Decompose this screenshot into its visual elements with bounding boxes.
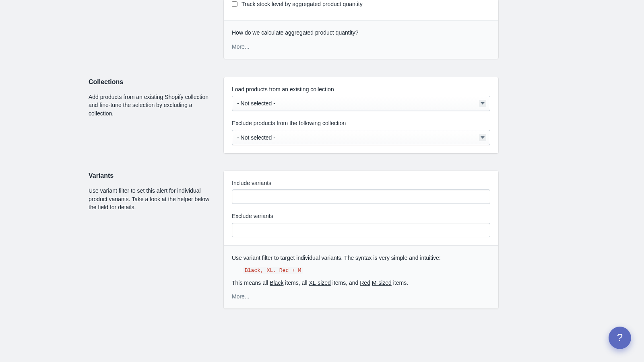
include-variants-label: Include variants [232,179,490,187]
load-collection-value: - Not selected - [232,96,490,111]
variants-title: Variants [89,171,216,180]
exclude-collection-label: Exclude products from the following coll… [232,119,490,127]
track-stock-checkbox[interactable] [232,1,237,7]
helper-red: Red [360,280,370,286]
stock-card: Track stock level by aggregated product … [224,0,498,59]
stock-footer-question: How do we calculate aggregated product q… [232,29,490,37]
helper-black: Black [270,280,283,286]
helper-text: items, all [283,280,309,286]
exclude-variants-input[interactable] [232,223,490,237]
help-icon: ? [617,330,623,346]
variants-helper-meaning: This means all Black items, all XL-sized… [232,279,490,287]
variants-more-link[interactable]: More... [232,292,250,300]
load-collection-select[interactable]: - Not selected - [232,96,490,111]
collections-card: Load products from an existing collectio… [224,77,498,153]
variants-description: Use variant filter to set this alert for… [89,187,216,211]
helper-m: M-sized [372,280,392,286]
chevron-down-icon [479,134,486,141]
collections-description: Add products from an existing Shopify co… [89,93,216,117]
stock-aside [89,0,224,59]
helper-text: This means all [232,280,270,286]
helper-text: items, and [331,280,360,286]
chevron-down-icon [479,100,486,107]
track-stock-checkbox-row[interactable]: Track stock level by aggregated product … [232,0,490,12]
variants-helper-intro: Use variant filter to target individual … [232,254,490,262]
exclude-collection-value: - Not selected - [232,130,490,145]
help-button[interactable]: ? [609,327,631,349]
exclude-variants-label: Exclude variants [232,212,490,220]
collections-aside: Collections Add products from an existin… [89,77,224,153]
variants-helper: Use variant filter to target individual … [224,245,498,309]
variants-card: Include variants Exclude variants Use va… [224,171,498,309]
collections-title: Collections [89,77,216,86]
include-variants-input[interactable] [232,189,490,204]
exclude-collection-select[interactable]: - Not selected - [232,130,490,145]
load-collection-label: Load products from an existing collectio… [232,85,490,93]
variants-helper-code: Black, XL, Red + M [243,267,303,274]
helper-xl: XL-sized [309,280,330,286]
variants-aside: Variants Use variant filter to set this … [89,171,224,309]
track-stock-label: Track stock level by aggregated product … [242,0,363,8]
helper-text: items. [392,280,408,286]
stock-more-link[interactable]: More... [232,43,250,51]
